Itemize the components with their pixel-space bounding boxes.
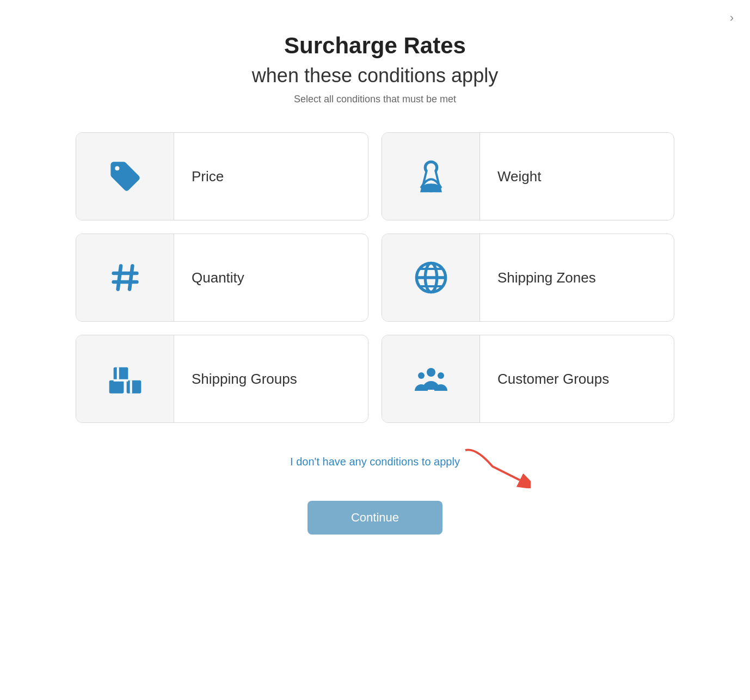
customer-groups-label: Customer Groups [480, 371, 674, 388]
price-label: Price [174, 168, 368, 185]
card-price[interactable]: Price [76, 132, 368, 220]
svg-rect-11 [126, 380, 141, 394]
quantity-icon-container [76, 234, 174, 321]
svg-line-4 [130, 266, 132, 290]
hash-icon [108, 260, 143, 295]
svg-rect-10 [109, 380, 124, 394]
page-subtitle: when these conditions apply [252, 64, 498, 87]
continue-button[interactable]: Continue [308, 501, 442, 535]
svg-point-17 [418, 372, 425, 379]
quantity-label: Quantity [174, 269, 368, 286]
shipping-groups-label: Shipping Groups [174, 371, 368, 388]
conditions-grid: Price Weight Quantity [76, 132, 674, 423]
weight-icon [414, 159, 448, 194]
weight-icon-container [382, 133, 480, 220]
svg-point-16 [427, 368, 435, 377]
no-conditions-link[interactable]: I don't have any conditions to apply [290, 456, 460, 468]
boxes-icon [108, 361, 143, 396]
card-customer-groups[interactable]: Customer Groups [382, 335, 674, 423]
card-shipping-zones[interactable]: Shipping Zones [382, 234, 674, 322]
chevron-right-icon[interactable]: › [730, 11, 734, 25]
page-title: Surcharge Rates [252, 33, 498, 59]
people-icon [414, 361, 448, 396]
svg-rect-12 [113, 367, 128, 380]
card-weight[interactable]: Weight [382, 132, 674, 220]
no-conditions-container: I don't have any conditions to apply [290, 456, 460, 484]
shipping-zones-label: Shipping Zones [480, 269, 674, 286]
page-header: Surcharge Rates when these conditions ap… [252, 33, 498, 105]
card-quantity[interactable]: Quantity [76, 234, 368, 322]
globe-icon [414, 260, 448, 295]
weight-label: Weight [480, 168, 674, 185]
red-arrow [460, 445, 531, 488]
customer-groups-icon-container [382, 335, 480, 422]
shipping-zones-icon-container [382, 234, 480, 321]
tag-icon [108, 159, 143, 194]
shipping-groups-icon-container [76, 335, 174, 422]
svg-point-18 [438, 372, 444, 379]
page-description: Select all conditions that must be met [252, 94, 498, 105]
price-icon-container [76, 133, 174, 220]
card-shipping-groups[interactable]: Shipping Groups [76, 335, 368, 423]
svg-line-3 [118, 266, 120, 290]
